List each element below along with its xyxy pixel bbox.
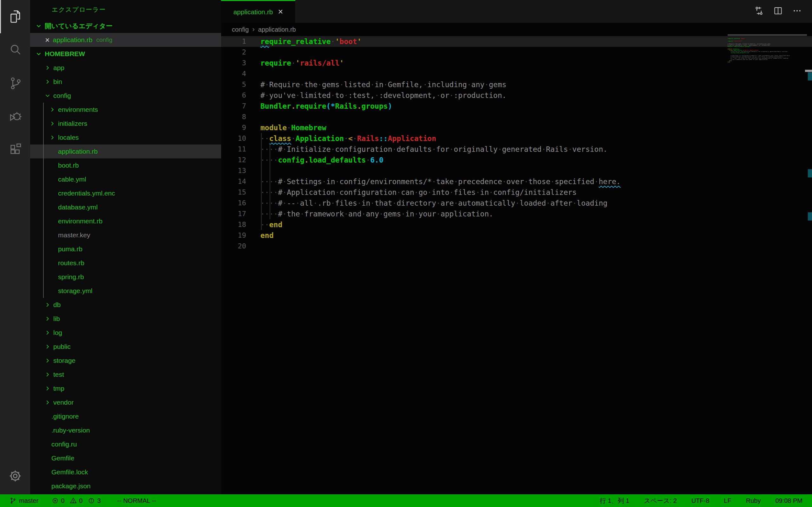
tree-item-application.rb[interactable]: application.rb (30, 145, 221, 158)
open-editor-item[interactable]: × application.rb config (30, 33, 221, 47)
code-line-12[interactable]: 12····config.load_defaults·6.0 (221, 155, 812, 165)
tree-item-storage[interactable]: storage (30, 354, 221, 368)
line-number: 9 (221, 122, 246, 133)
tree-item-cable.yml[interactable]: cable.yml (30, 172, 221, 186)
tree-item-public[interactable]: public (30, 340, 221, 354)
code-line-3[interactable]: 3require·'rails/all' (221, 58, 812, 68)
vim-mode-indicator[interactable]: -- NORMAL -- (117, 497, 156, 504)
open-changes-icon[interactable] (754, 6, 764, 17)
tree-item-master.key[interactable]: master.key (30, 228, 221, 242)
tree-item-package.json[interactable]: package.json (30, 479, 221, 493)
status-eol[interactable]: LF (724, 497, 731, 504)
minimap-current-line (728, 34, 807, 36)
tab-close-icon[interactable]: × (278, 8, 283, 16)
warning-count: 0 (79, 497, 83, 504)
code-line-8[interactable]: 8 (221, 112, 812, 122)
status-language-mode[interactable]: Ruby (746, 497, 761, 504)
info-count: 3 (97, 497, 101, 504)
status-cursor-position[interactable]: 行 1、列 1 (600, 497, 629, 505)
tree-item-.ruby-version[interactable]: .ruby-version (30, 424, 221, 437)
code-line-10[interactable]: 10··class·Application·<·Rails::Applicati… (221, 133, 812, 144)
extensions-icon[interactable] (0, 133, 30, 166)
code-line-18[interactable]: 18··end (221, 219, 812, 230)
tab-application-rb[interactable]: application.rb × (221, 0, 295, 23)
tree-item-storage.yml[interactable]: storage.yml (30, 284, 221, 298)
code-line-5[interactable]: 5#·Require·the·gems·listed·in·Gemfile,·i… (221, 79, 812, 90)
indent-guide (270, 144, 270, 219)
tree-item-vendor[interactable]: vendor (30, 395, 221, 409)
open-editors-header[interactable]: 開いているエディター (30, 19, 221, 33)
tree-item-database.yml[interactable]: database.yml (30, 200, 221, 214)
more-actions-icon[interactable] (792, 6, 802, 17)
code-line-15[interactable]: 15····#·Application·configuration·can·go… (221, 187, 812, 198)
line-number: 5 (221, 79, 246, 90)
status-encoding[interactable]: UTF-8 (692, 497, 710, 504)
tree-item-boot.rb[interactable]: boot.rb (30, 158, 221, 172)
status-clock[interactable]: 09:08 PM (775, 497, 803, 504)
line-number: 11 (221, 144, 246, 155)
tree-item-log[interactable]: log (30, 326, 221, 340)
tree-item-initializers[interactable]: initializers (30, 117, 221, 130)
line-number: 4 (221, 68, 246, 79)
indent-guide (261, 133, 262, 230)
status-indentation[interactable]: スペース: 2 (644, 497, 677, 505)
tree-item-config[interactable]: config (30, 89, 221, 103)
open-editor-description: config (96, 37, 113, 43)
status-bar: master 0 0 3 -- NORMAL -- 行 1、列 1スペース: 2… (0, 494, 812, 507)
code-line-19[interactable]: 19end (221, 230, 812, 241)
tree-item-bin[interactable]: bin (30, 75, 221, 89)
code-line-6[interactable]: 6#·you've·limited·to·:test,·:development… (221, 90, 812, 101)
problems-indicator[interactable]: 0 0 3 (52, 497, 104, 504)
breadcrumb-file[interactable]: application.rb (258, 26, 296, 33)
overview-ruler[interactable] (807, 36, 812, 494)
workspace-label: HOMEBREW (45, 50, 85, 58)
tree-item-Gemfile.lock[interactable]: Gemfile.lock (30, 465, 221, 479)
tree-item-db[interactable]: db (30, 298, 221, 312)
code-line-2[interactable]: 2 (221, 47, 812, 58)
tree-item-tmp[interactable]: tmp (30, 382, 221, 395)
source-control-icon[interactable] (0, 66, 30, 100)
tree-item-environments[interactable]: environments (30, 103, 221, 117)
code-line-4[interactable]: 4 (221, 68, 812, 79)
explorer-icon[interactable] (0, 0, 30, 33)
code-line-14[interactable]: 14····#·Settings·in·config/environments/… (221, 176, 812, 187)
line-number: 19 (221, 230, 246, 241)
split-editor-icon[interactable] (773, 6, 783, 17)
overview-current-line-mark (805, 70, 812, 72)
tree-item-locales[interactable]: locales (30, 130, 221, 145)
run-and-debug-icon[interactable] (0, 100, 30, 133)
code-line-20[interactable]: 20 (221, 241, 812, 251)
git-branch-indicator[interactable]: master (9, 497, 38, 504)
line-number: 14 (221, 176, 246, 187)
tree-item-routes.rb[interactable]: routes.rb (30, 256, 221, 270)
tree-item-credentials.yml.enc[interactable]: credentials.yml.enc (30, 186, 221, 200)
tree-item-spring.rb[interactable]: spring.rb (30, 270, 221, 284)
code-lines[interactable]: 1require_relative·'boot'23require·'rails… (221, 36, 812, 251)
code-line-9[interactable]: 9module·Homebrew (221, 122, 812, 133)
tree-item-lib[interactable]: lib (30, 312, 221, 326)
workspace-header[interactable]: HOMEBREW (30, 47, 221, 61)
tree-item-app[interactable]: app (30, 61, 221, 75)
code-line-17[interactable]: 17····#·the·framework·and·any·gems·in·yo… (221, 209, 812, 219)
search-icon[interactable] (0, 33, 30, 66)
tree-item-environment.rb[interactable]: environment.rb (30, 214, 221, 228)
code-line-11[interactable]: 11····#·Initialize·configuration·default… (221, 144, 812, 155)
line-number: 13 (221, 165, 246, 176)
code-line-1[interactable]: 1require_relative·'boot' (221, 36, 812, 47)
line-number: 2 (221, 47, 246, 58)
code-line-13[interactable]: 13 (221, 165, 812, 176)
settings-gear-icon[interactable] (0, 459, 30, 493)
minimap[interactable]: require_relative 'boot'require 'rails/al… (728, 34, 807, 64)
tree-item-Gemfile[interactable]: Gemfile (30, 451, 221, 465)
tree-item-config.ru[interactable]: config.ru (30, 437, 221, 451)
activity-bar (0, 0, 30, 494)
tree-item-puma.rb[interactable]: puma.rb (30, 242, 221, 256)
tree-item-test[interactable]: test (30, 368, 221, 382)
file-tree: appbinconfigenvironmentsinitializersloca… (30, 61, 221, 493)
code-line-16[interactable]: 16····#·--·all·.rb·files·in·that·directo… (221, 198, 812, 209)
editor-group: application.rb × config › application.rb (221, 0, 812, 494)
code-line-7[interactable]: 7Bundler.require(*Rails.groups) (221, 101, 812, 112)
breadcrumb-folder[interactable]: config (232, 26, 249, 33)
close-editor-icon[interactable]: × (45, 36, 50, 44)
tree-item-.gitignore[interactable]: .gitignore (30, 409, 221, 424)
